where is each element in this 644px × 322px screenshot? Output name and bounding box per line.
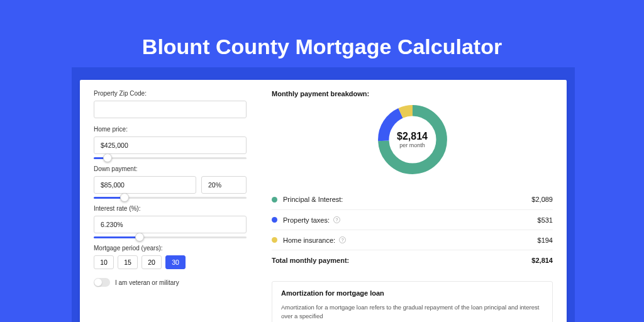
donut-sub: per month [399,142,425,148]
rate-input[interactable]: 6.230% [94,216,247,233]
zip-input[interactable] [94,101,247,118]
down-payment-pct-input[interactable]: 20% [201,176,247,194]
amortization-body: Amortization for a mortgage loan refers … [281,303,543,321]
swatch-principal-icon [272,197,277,203]
breakdown-item-insurance: Home insurance: $194 [272,230,553,250]
period-option-30[interactable]: 30 [165,255,186,269]
period-label: Mortgage period (years): [94,245,247,252]
period-option-10[interactable]: 10 [94,255,114,269]
home-price-slider[interactable] [94,154,247,163]
amortization-card: Amortization for mortgage loan Amortizat… [272,281,553,322]
period-segments: 10 15 20 30 [94,255,247,269]
inputs-column: Property Zip Code: Home price: $425,000 … [80,80,260,322]
donut-amount: $2,814 [397,131,428,142]
breakdown-donut: $2,814 per month [374,101,451,178]
home-price-input[interactable]: $425,000 [94,136,247,154]
breakdown-total: Total monthly payment: $2,814 [272,250,553,270]
period-option-20[interactable]: 20 [142,255,162,269]
veteran-toggle[interactable] [94,278,110,287]
home-price-label: Home price: [94,126,247,133]
veteran-label: I am veteran or military [115,279,179,286]
breakdown-item-principal: Principal & Interest: $2,089 [272,189,553,209]
results-column: Monthly payment breakdown: $2,814 per mo… [260,80,567,322]
info-icon[interactable] [339,236,346,243]
info-icon[interactable] [333,216,340,223]
breakdown-item-taxes: Property taxes: $531 [272,209,553,230]
page-title: Blount County Mortgage Calculator [0,0,644,59]
down-payment-input[interactable]: $85,000 [94,176,196,194]
calculator-panel: Property Zip Code: Home price: $425,000 … [80,80,567,322]
swatch-taxes-icon [272,217,277,223]
down-payment-label: Down payment: [94,165,247,172]
breakdown-heading: Monthly payment breakdown: [272,90,553,97]
down-payment-slider[interactable] [94,194,247,203]
amortization-heading: Amortization for mortgage loan [281,289,543,297]
rate-slider[interactable] [94,233,247,242]
swatch-insurance-icon [272,237,277,243]
zip-label: Property Zip Code: [94,90,247,97]
rate-label: Interest rate (%): [94,205,247,212]
period-option-15[interactable]: 15 [118,255,138,269]
